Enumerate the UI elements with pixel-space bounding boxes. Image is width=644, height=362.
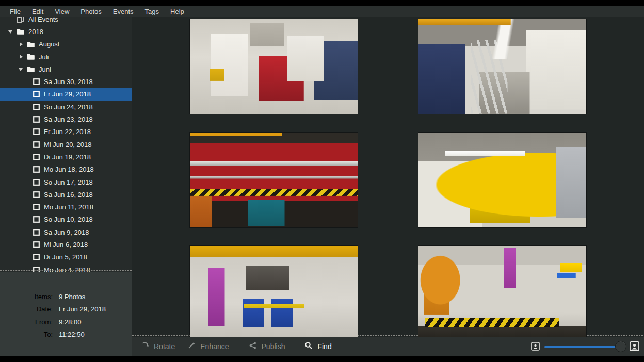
sidebar-item-jun-29-selected[interactable]: Fr Jun 29, 2018 xyxy=(0,88,132,101)
sidebar-item-jun-30[interactable]: Sa Jun 30, 2018 xyxy=(0,75,132,88)
folder-icon xyxy=(27,41,35,47)
sidebar-item-juni[interactable]: Juni xyxy=(0,63,132,75)
sidebar-item-label: Sa Jun 9, 2018 xyxy=(44,228,89,236)
events-stack-icon xyxy=(17,17,24,23)
sidebar-item-2018[interactable]: 2018 xyxy=(0,25,132,38)
folder-icon xyxy=(17,28,24,35)
info-value: 11:22:50 xyxy=(59,331,85,338)
enhance-label: Enhance xyxy=(200,342,229,351)
sidebar-item-label: Mo Jun 18, 2018 xyxy=(44,166,94,173)
sidebar-item-label: Juni xyxy=(39,65,51,73)
sidebar-item-label: Fr Jun 29, 2018 xyxy=(44,90,91,98)
sidebar-item-jun-11[interactable]: Mo Jun 11, 2018 xyxy=(0,201,132,213)
sidebar-item-august[interactable]: August xyxy=(0,38,132,51)
zoom-slider-fill xyxy=(544,346,621,348)
menu-edit[interactable]: Edit xyxy=(26,8,49,15)
sidebar-item-jun-10[interactable]: So Jun 10, 2018 xyxy=(0,213,132,226)
sidebar-item-label: Sa Jun 16, 2018 xyxy=(44,191,93,199)
event-date-icon xyxy=(33,241,40,248)
event-date-icon xyxy=(33,78,40,85)
sidebar-item-label: Juli xyxy=(39,53,49,61)
sidebar-item-jun-9[interactable]: Sa Jun 9, 2018 xyxy=(0,226,132,238)
photo-thumbnail-5[interactable] xyxy=(190,246,358,337)
chevron-collapsed-icon[interactable] xyxy=(19,54,24,59)
info-label: Date: xyxy=(0,305,53,313)
sidebar-item-juli[interactable]: Juli xyxy=(0,51,132,63)
photo-large-icon xyxy=(630,341,639,351)
folder-icon xyxy=(27,66,35,72)
event-date-icon xyxy=(33,216,40,223)
event-date-icon xyxy=(33,191,40,198)
sidebar-item-jun-23[interactable]: Sa Jun 23, 2018 xyxy=(0,113,132,125)
photo-thumbnail-1[interactable] xyxy=(190,19,358,114)
photo-thumbnail-6[interactable] xyxy=(418,246,586,337)
info-row-from: From: 9:28:00 xyxy=(0,316,132,328)
focus-outline-bottom xyxy=(0,270,132,271)
photo-thumbnail-4[interactable] xyxy=(418,133,586,227)
chevron-expanded-icon[interactable] xyxy=(19,67,24,72)
info-value: 9 Photos xyxy=(59,293,85,301)
publish-label: Publish xyxy=(262,342,285,351)
sidebar-item-label: Sa Jun 30, 2018 xyxy=(44,78,93,86)
sidebar-item-jun-17[interactable]: So Jun 17, 2018 xyxy=(0,176,132,188)
publish-share-icon xyxy=(249,341,257,351)
menu-events[interactable]: Events xyxy=(107,8,139,15)
event-date-icon xyxy=(33,229,40,236)
menu-tags[interactable]: Tags xyxy=(139,8,165,15)
menu-help[interactable]: Help xyxy=(165,8,190,15)
sidebar-item-jun-20[interactable]: Mi Jun 20, 2018 xyxy=(0,138,132,151)
publish-button[interactable]: Publish xyxy=(243,341,292,351)
rotate-label: Rotate xyxy=(154,342,175,351)
folder-icon xyxy=(27,54,35,60)
basic-info-panel: Items: 9 Photos Date: Fr Jun 29, 2018 Fr… xyxy=(0,272,132,356)
event-date-icon xyxy=(33,154,40,160)
info-row-items: Items: 9 Photos xyxy=(0,290,132,303)
sidebar-item-jun-22[interactable]: Fr Jun 22, 2018 xyxy=(0,126,132,138)
info-label: From: xyxy=(0,318,53,326)
zoom-slider[interactable] xyxy=(544,341,625,352)
sidebar-item-label: Mo Jun 11, 2018 xyxy=(44,203,93,211)
enhance-button[interactable]: Enhance xyxy=(181,341,235,351)
sidebar-item-jun-16[interactable]: Sa Jun 16, 2018 xyxy=(0,188,132,201)
sidebar-item-jun-24[interactable]: So Jun 24, 2018 xyxy=(0,101,132,113)
event-date-icon xyxy=(33,91,40,97)
sidebar-item-label: Fr Jun 22, 2018 xyxy=(44,128,91,136)
event-date-icon xyxy=(33,116,40,123)
photo-small-icon xyxy=(531,342,540,351)
event-date-icon xyxy=(33,128,40,135)
find-button[interactable]: Find xyxy=(298,341,337,351)
menubar: File Edit View Photos Events Tags Help xyxy=(0,6,644,17)
sidebar-item-all-events[interactable]: All Events xyxy=(0,17,132,25)
info-row-date: Date: Fr Jun 29, 2018 xyxy=(0,303,132,316)
chevron-expanded-icon[interactable] xyxy=(8,29,13,34)
sidebar-item-jun-5[interactable]: Di Jun 5, 2018 xyxy=(0,251,132,264)
menu-file[interactable]: File xyxy=(4,8,26,15)
sidebar-item-label: So Jun 24, 2018 xyxy=(44,103,93,111)
sidebar-item-label: Sa Jun 23, 2018 xyxy=(44,116,93,123)
sidebar-item-label: Di Jun 5, 2018 xyxy=(44,253,87,261)
photo-thumbnail-2[interactable] xyxy=(418,19,586,114)
event-date-icon xyxy=(33,179,40,186)
menu-view[interactable]: View xyxy=(49,8,75,15)
sidebar-item-jun-6[interactable]: Mi Jun 6, 2018 xyxy=(0,238,132,251)
photo-thumbnail-3[interactable] xyxy=(190,133,358,227)
find-label: Find xyxy=(317,342,331,351)
focus-outline-top xyxy=(0,25,132,25)
event-date-icon xyxy=(33,254,40,260)
event-date-icon xyxy=(33,204,40,210)
menu-photos[interactable]: Photos xyxy=(75,8,107,15)
screen-bezel-bottom xyxy=(0,356,644,362)
rotate-button[interactable]: Rotate xyxy=(135,341,181,351)
sidebar-item-jun-19[interactable]: Di Jun 19, 2018 xyxy=(0,151,132,163)
sidebar-item-jun-18[interactable]: Mo Jun 18, 2018 xyxy=(0,163,132,176)
enhance-wand-icon xyxy=(187,341,196,351)
sidebar-item-label: August xyxy=(39,40,59,48)
search-icon xyxy=(304,341,313,351)
chevron-collapsed-icon[interactable] xyxy=(19,42,24,47)
screen-bezel-top xyxy=(0,0,644,6)
sidebar-item-label: Mi Jun 6, 2018 xyxy=(44,241,88,249)
event-date-icon xyxy=(33,166,40,173)
zoom-slider-knob[interactable] xyxy=(615,341,626,352)
info-label: To: xyxy=(0,331,53,338)
sidebar-item-label: All Events xyxy=(28,17,58,23)
